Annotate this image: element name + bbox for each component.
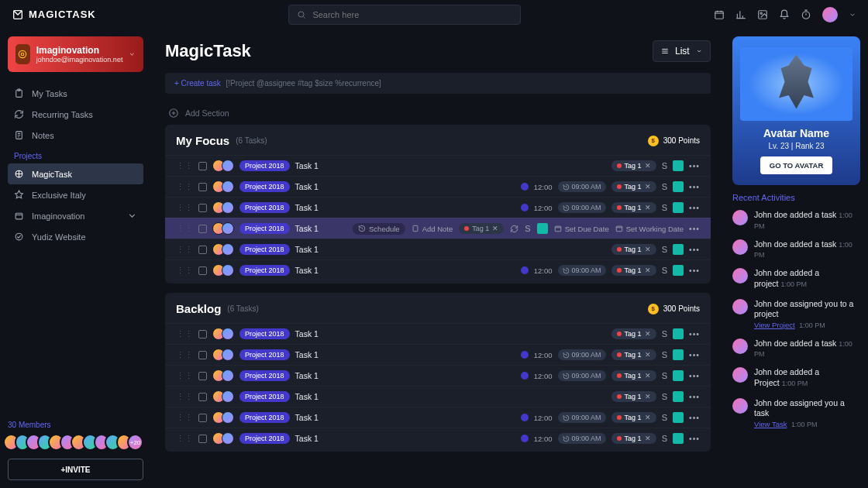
due-badge[interactable]: 09:00 AM [558,349,606,360]
task-row[interactable]: ⋮⋮Project 2018Task 1ScheduleAdd NoteTag … [165,218,711,239]
task-size[interactable]: S [525,224,530,233]
status-square[interactable] [673,265,684,276]
drag-handle-icon[interactable]: ⋮⋮ [176,161,193,170]
task-size[interactable]: S [662,266,667,275]
drag-handle-icon[interactable]: ⋮⋮ [176,350,193,359]
due-badge[interactable]: 09:00 AM [558,202,606,213]
nav-notes[interactable]: Notes [8,125,143,146]
project-badge[interactable]: Project 2018 [239,244,290,255]
due-badge[interactable]: 09:00 AM [558,265,606,276]
status-square[interactable] [673,181,684,192]
remove-tag-icon[interactable]: ✕ [645,393,651,400]
assignees[interactable] [212,390,234,403]
status-square[interactable] [673,160,684,171]
task-menu-icon[interactable]: ••• [689,266,700,275]
assignees[interactable] [212,328,234,340]
due-badge[interactable]: 09:00 AM [558,412,606,423]
status-square[interactable] [673,433,684,444]
assignees[interactable] [212,243,234,256]
task-checkbox[interactable] [198,351,207,359]
remove-tag-icon[interactable]: ✕ [645,435,651,442]
drag-handle-icon[interactable]: ⋮⋮ [176,266,193,275]
nav-recurring[interactable]: Recurring Tasks [8,104,143,125]
task-tag[interactable]: Tag 1✕ [611,202,656,213]
task-size[interactable]: S [662,371,667,380]
task-tag[interactable]: Tag 1✕ [611,349,656,360]
assignees[interactable] [212,349,234,361]
task-checkbox[interactable] [198,183,207,191]
drag-handle-icon[interactable]: ⋮⋮ [176,245,193,254]
add-section-button[interactable]: Add Section [165,101,711,125]
project-badge[interactable]: Project 2018 [239,370,290,381]
calendar-icon[interactable] [714,9,725,20]
member-avatars[interactable]: +20 [8,434,143,451]
bell-icon[interactable] [779,9,790,20]
remove-tag-icon[interactable]: ✕ [645,414,651,421]
drag-handle-icon[interactable]: ⋮⋮ [176,182,193,191]
drag-handle-icon[interactable]: ⋮⋮ [176,371,193,380]
task-size[interactable]: S [662,245,667,254]
chart-icon[interactable] [735,9,746,20]
workspace-selector[interactable]: Imaginovation johndoe@imaginovation.net [8,36,143,72]
status-square[interactable] [673,328,684,339]
task-tag[interactable]: Tag 1✕ [611,160,656,171]
set-working-date-button[interactable]: Set Working Date [615,225,684,233]
remove-tag-icon[interactable]: ✕ [645,162,651,170]
sidebar-project-exclusive-italy[interactable]: Exclusive Italy [8,184,143,205]
task-menu-icon[interactable]: ••• [689,182,700,191]
search-box[interactable] [288,5,521,25]
task-menu-icon[interactable]: ••• [689,371,700,380]
assignees[interactable] [212,180,234,193]
task-row[interactable]: ⋮⋮Project 2018Task 1Tag 1✕S••• [165,386,711,407]
task-menu-icon[interactable]: ••• [689,245,700,254]
assignees[interactable] [212,369,234,382]
task-checkbox[interactable] [198,246,207,254]
drag-handle-icon[interactable]: ⋮⋮ [176,224,193,233]
task-checkbox[interactable] [198,225,207,233]
drag-handle-icon[interactable]: ⋮⋮ [176,203,193,212]
task-tag[interactable]: Tag 1✕ [611,265,656,276]
status-square[interactable] [673,202,684,213]
task-row[interactable]: ⋮⋮Project 2018Task 1Tag 1✕S••• [165,155,711,176]
task-checkbox[interactable] [198,162,207,170]
view-selector[interactable]: List [653,40,711,62]
invite-button[interactable]: +INVITE [8,459,143,480]
task-size[interactable]: S [662,203,667,212]
task-checkbox[interactable] [198,266,207,275]
task-size[interactable]: S [662,182,667,191]
assignees[interactable] [212,201,234,214]
project-badge[interactable]: Project 2018 [239,202,290,213]
task-size[interactable]: S [662,413,667,422]
task-tag[interactable]: Tag 1✕ [611,328,656,339]
status-square[interactable] [673,244,684,255]
task-row[interactable]: ⋮⋮Project 2018Task 1Tag 1✕S••• [165,323,711,344]
task-checkbox[interactable] [198,435,207,443]
assignees[interactable] [212,160,234,172]
sidebar-project-magictask[interactable]: MagicTask [8,163,143,184]
schedule-button[interactable]: Schedule [353,223,405,235]
task-checkbox[interactable] [198,414,207,422]
member-more[interactable]: +20 [127,434,143,451]
status-square[interactable] [673,391,684,402]
project-badge[interactable]: Project 2018 [239,433,290,444]
task-tag[interactable]: Tag 1✕ [611,412,656,423]
sidebar-project-yudiz-website[interactable]: Yudiz Website [8,226,143,247]
drag-handle-icon[interactable]: ⋮⋮ [176,392,193,401]
set-due-date-button[interactable]: Set Due Date [554,225,609,233]
project-badge[interactable]: Project 2018 [239,181,290,192]
task-menu-icon[interactable]: ••• [689,392,700,401]
task-size[interactable]: S [662,392,667,401]
project-badge[interactable]: Project 2018 [239,391,290,402]
activity-link[interactable]: View Project [754,321,795,329]
task-size[interactable]: S [662,434,667,443]
task-tag[interactable]: Tag 1✕ [611,181,656,192]
assignees[interactable] [212,411,234,424]
task-menu-icon[interactable]: ••• [689,203,700,212]
task-menu-icon[interactable]: ••• [689,350,700,359]
activity-link[interactable]: View Task [754,420,787,428]
go-to-avatar-button[interactable]: GO TO AVATAR [760,156,833,174]
refresh-icon[interactable] [510,225,518,233]
timer-icon[interactable] [801,9,811,20]
task-row[interactable]: ⋮⋮Project 2018Task 112:0009:00 AMTag 1✕S… [165,407,711,428]
due-badge[interactable]: 09:00 AM [558,370,606,381]
